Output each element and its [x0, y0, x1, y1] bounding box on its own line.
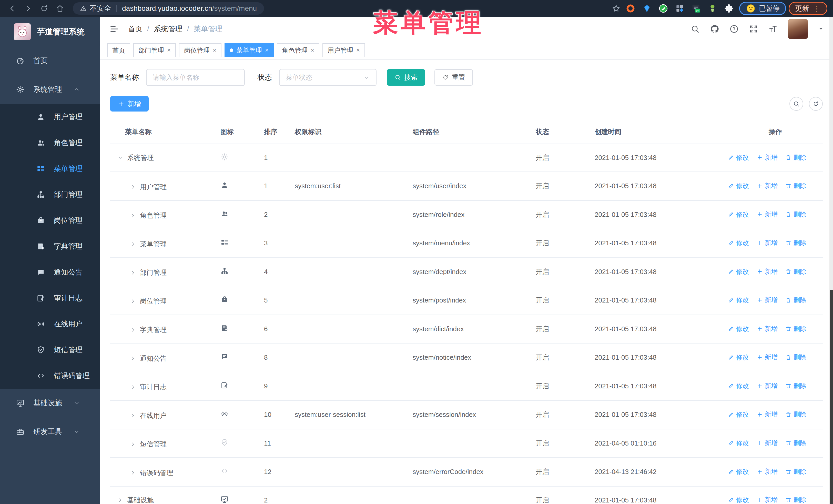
refresh-table-button[interactable] [809, 97, 823, 111]
fullscreen-icon[interactable] [749, 24, 758, 33]
close-tab-icon[interactable]: × [213, 47, 216, 54]
edit-link[interactable]: 修改 [728, 210, 749, 219]
add-row-link[interactable]: 新增 [757, 239, 778, 247]
add-row-link[interactable]: 新增 [757, 353, 778, 361]
page-scrollbar[interactable] [829, 17, 833, 504]
puzzle-extensions-icon[interactable] [724, 3, 734, 14]
kebab-menu-icon[interactable]: ⋮ [813, 4, 821, 13]
edit-link[interactable]: 修改 [728, 153, 749, 162]
sidebar-item-5[interactable]: 菜单管理 [0, 155, 100, 182]
reset-button[interactable]: 重置 [434, 69, 473, 86]
sidebar-item-9[interactable]: 通知公告 [0, 259, 100, 285]
delete-link[interactable]: 删除 [785, 496, 806, 504]
breadcrumb-item[interactable]: 系统管理 [154, 24, 183, 34]
sidebar-item-2[interactable]: 系统管理 [0, 75, 100, 104]
sidebar-item-12[interactable]: 短信管理 [0, 337, 100, 363]
add-row-link[interactable]: 新增 [757, 382, 778, 390]
scrollbar-thumb[interactable] [830, 290, 833, 504]
add-row-link[interactable]: 新增 [757, 496, 778, 504]
help-icon[interactable] [730, 24, 739, 33]
row-expand-caret-icon[interactable] [130, 356, 136, 361]
sidebar-item-10[interactable]: 审计日志 [0, 285, 100, 311]
tab-部门管理[interactable]: 部门管理× [133, 43, 176, 57]
sidebar-collapse-icon[interactable] [109, 24, 119, 34]
delete-link[interactable]: 删除 [785, 325, 806, 333]
edit-link[interactable]: 修改 [728, 496, 749, 504]
row-expand-caret-icon[interactable] [130, 441, 136, 447]
row-expand-caret-icon[interactable] [130, 298, 136, 304]
sidebar-item-13[interactable]: 错误码管理 [0, 363, 100, 389]
sidebar-item-11[interactable]: 在线用户 [0, 311, 100, 337]
add-button[interactable]: 新增 [110, 96, 149, 112]
tab-菜单管理[interactable]: 菜单管理× [224, 43, 274, 57]
green-bot-extension-icon[interactable] [708, 3, 718, 14]
github-icon[interactable] [710, 24, 719, 33]
sidebar-item-8[interactable]: 字典管理 [0, 233, 100, 259]
address-bar[interactable]: 不安全 dashboard.yudao.iocoder.cn/system/me… [73, 2, 264, 15]
search-icon[interactable] [690, 24, 700, 33]
close-tab-icon[interactable]: × [311, 47, 314, 54]
orange-ring-extension-icon[interactable] [625, 3, 636, 14]
delete-link[interactable]: 删除 [785, 296, 806, 304]
back-icon[interactable] [6, 2, 19, 15]
delete-link[interactable]: 删除 [785, 182, 806, 190]
home-icon[interactable] [53, 2, 67, 15]
breadcrumb-item[interactable]: 首页 [128, 24, 143, 34]
edit-link[interactable]: 修改 [728, 382, 749, 390]
edit-link[interactable]: 修改 [728, 296, 749, 304]
edit-link[interactable]: 修改 [728, 267, 749, 276]
app-logo-row[interactable]: 芋道管理系统 [0, 17, 100, 46]
edit-link[interactable]: 修改 [728, 239, 749, 247]
row-expand-caret-icon[interactable] [117, 155, 123, 161]
green-check-extension-icon[interactable] [658, 3, 668, 14]
row-expand-caret-icon[interactable] [130, 327, 136, 333]
sidebar-item-7[interactable]: 岗位管理 [0, 208, 100, 233]
edit-link[interactable]: 修改 [728, 410, 749, 418]
delete-link[interactable]: 删除 [785, 267, 806, 276]
edit-link[interactable]: 修改 [728, 353, 749, 361]
sidebar-item-1[interactable]: 首页 [0, 46, 100, 75]
close-tab-icon[interactable]: × [356, 47, 360, 54]
add-row-link[interactable]: 新增 [757, 267, 778, 276]
add-row-link[interactable]: 新增 [757, 153, 778, 162]
edit-link[interactable]: 修改 [728, 182, 749, 190]
delete-link[interactable]: 删除 [785, 239, 806, 247]
close-tab-icon[interactable]: × [265, 47, 269, 54]
font-size-icon[interactable] [768, 24, 778, 33]
delete-link[interactable]: 删除 [785, 210, 806, 219]
row-expand-caret-icon[interactable] [130, 413, 136, 418]
breadcrumb-item[interactable]: 菜单管理 [194, 24, 222, 34]
tab-岗位管理[interactable]: 岗位管理× [179, 43, 221, 57]
delete-link[interactable]: 删除 [785, 382, 806, 390]
sidebar-item-6[interactable]: 部门管理 [0, 182, 100, 208]
row-expand-caret-icon[interactable] [130, 470, 136, 476]
row-expand-caret-icon[interactable] [130, 384, 136, 390]
row-expand-caret-icon[interactable] [130, 241, 136, 247]
close-tab-icon[interactable]: × [167, 47, 171, 54]
caret-down-icon[interactable] [818, 26, 824, 32]
tab-角色管理[interactable]: 角色管理× [277, 43, 319, 57]
row-expand-caret-icon[interactable] [130, 270, 136, 275]
sidebar-item-3[interactable]: 用户管理 [0, 104, 100, 130]
forward-icon[interactable] [22, 2, 35, 15]
row-expand-caret-icon[interactable] [130, 184, 136, 190]
add-row-link[interactable]: 新增 [757, 467, 778, 476]
search-button[interactable]: 搜索 [387, 69, 425, 86]
tab-首页[interactable]: 首页 [107, 43, 130, 57]
sidebar-item-4[interactable]: 角色管理 [0, 130, 100, 155]
row-expand-caret-icon[interactable] [130, 213, 136, 218]
edit-link[interactable]: 修改 [728, 325, 749, 333]
edit-link[interactable]: 修改 [728, 467, 749, 476]
add-row-link[interactable]: 新增 [757, 296, 778, 304]
add-row-link[interactable]: 新增 [757, 210, 778, 219]
avatar[interactable] [788, 19, 808, 39]
delete-link[interactable]: 删除 [785, 439, 806, 447]
add-row-link[interactable]: 新增 [757, 439, 778, 447]
paused-extension-badge[interactable]: 已暂停 [739, 2, 786, 15]
edit-link[interactable]: 修改 [728, 439, 749, 447]
delete-link[interactable]: 删除 [785, 353, 806, 361]
add-row-link[interactable]: 新增 [757, 182, 778, 190]
blue-gem-extension-icon[interactable] [642, 3, 652, 14]
tab-用户管理[interactable]: 用户管理× [323, 43, 365, 57]
update-button[interactable]: 更新 ⋮ [789, 2, 827, 15]
